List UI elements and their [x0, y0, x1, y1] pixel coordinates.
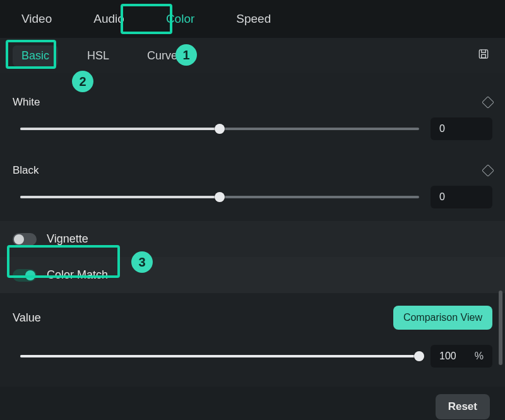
tab-video[interactable]: Video	[13, 6, 61, 32]
color-match-row: Color Match	[0, 257, 505, 293]
cm-value-slider[interactable]	[20, 355, 419, 357]
tab-audio[interactable]: Audio	[85, 6, 133, 32]
cm-value-label: Value	[13, 311, 41, 325]
color-match-toggle[interactable]	[13, 269, 37, 282]
white-label: White	[13, 96, 40, 109]
subtab-curves[interactable]: Curves	[138, 45, 192, 66]
vignette-label: Vignette	[47, 232, 88, 246]
save-preset-icon[interactable]	[477, 48, 490, 64]
white-section: White 0 Black	[0, 73, 505, 221]
black-keyframe-icon[interactable]	[482, 164, 494, 177]
tab-color[interactable]: Color	[157, 6, 203, 32]
reset-bar: Reset	[0, 387, 505, 419]
scrollbar[interactable]	[499, 291, 502, 365]
vignette-toggle[interactable]	[13, 233, 37, 246]
cm-value-input[interactable]: 100 %	[431, 345, 492, 368]
sub-tab-bar: Basic HSL Curves	[0, 38, 505, 73]
top-tab-bar: Video Audio Color Speed	[0, 0, 505, 38]
reset-button[interactable]: Reset	[436, 394, 490, 419]
black-slider[interactable]	[20, 196, 419, 198]
tab-speed[interactable]: Speed	[227, 6, 280, 32]
white-slider[interactable]	[20, 128, 419, 130]
color-match-label: Color Match	[47, 268, 108, 282]
svg-rect-0	[479, 50, 487, 58]
white-keyframe-icon[interactable]	[482, 96, 494, 109]
vignette-row: Vignette	[0, 221, 505, 257]
subtab-hsl[interactable]: HSL	[78, 45, 118, 66]
black-value-input[interactable]: 0	[431, 186, 492, 208]
svg-rect-1	[482, 54, 486, 57]
comparison-view-button[interactable]: Comparison View	[393, 306, 492, 330]
black-section: Black 0	[13, 153, 492, 221]
black-label: Black	[13, 164, 39, 177]
subtab-basic[interactable]: Basic	[13, 45, 58, 66]
white-value-input[interactable]: 0	[431, 117, 492, 140]
color-match-value-section: Value Comparison View 100 %	[0, 293, 505, 387]
